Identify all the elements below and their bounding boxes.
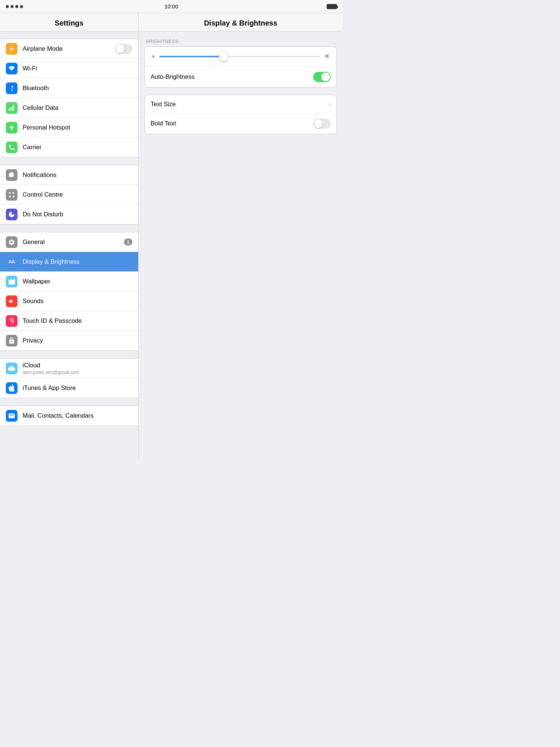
right-content: BRIGHTNESS ☀ ☀ Auto-Brightness — [139, 31, 343, 149]
svg-rect-3 — [13, 105, 14, 111]
wifi-label: Wi-Fi — [23, 65, 132, 72]
right-header: Display & Brightness — [139, 13, 343, 31]
control-centre-icon — [6, 189, 18, 201]
bold-text-row: Bold Text — [145, 113, 337, 134]
bold-text-label: Bold Text — [151, 120, 313, 127]
privacy-label: Privacy — [23, 337, 132, 344]
general-badge: 1 — [124, 239, 132, 245]
brightness-slider-track[interactable] — [159, 56, 320, 57]
brightness-slider-row: ☀ ☀ — [145, 47, 337, 67]
itunes-appstore-icon — [6, 382, 18, 394]
settings-group-system: Notifications Control Centre Do Not Dist… — [0, 165, 138, 225]
sidebar-item-wifi[interactable]: Wi-Fi — [0, 59, 138, 78]
hotspot-label: Personal Hotspot — [23, 124, 132, 131]
display-brightness-icon: AA — [6, 256, 18, 268]
sidebar-item-sounds[interactable]: Sounds — [0, 291, 138, 311]
sounds-icon — [6, 295, 18, 307]
wallpaper-label: Wallpaper — [23, 278, 132, 285]
text-size-row[interactable]: Text Size › — [145, 95, 337, 113]
right-panel: Display & Brightness BRIGHTNESS ☀ ☀ — [139, 13, 343, 458]
brightness-section-label: BRIGHTNESS — [144, 39, 337, 46]
status-bar: 10:00 — [0, 0, 343, 13]
brightness-slider-container: ☀ ☀ — [151, 52, 331, 61]
bold-text-toggle[interactable] — [313, 119, 331, 129]
sidebar-item-general[interactable]: General 1 — [0, 232, 138, 252]
notifications-icon — [6, 169, 18, 181]
brightness-card: ☀ ☀ Auto-Brightness — [144, 46, 337, 88]
privacy-icon — [6, 335, 18, 347]
sun-small-icon: ☀ — [151, 53, 156, 60]
wallpaper-icon — [6, 276, 18, 287]
sidebar-item-bluetooth[interactable]: Bluetooth — [0, 78, 138, 98]
sidebar-item-wallpaper[interactable]: Wallpaper — [0, 272, 138, 291]
airplane-mode-label: Airplane Mode — [23, 45, 115, 53]
sidebar-item-itunes-appstore[interactable]: iTunes & App Store — [0, 378, 138, 398]
icloud-icon — [6, 363, 18, 374]
sidebar-item-notifications[interactable]: Notifications — [0, 165, 138, 185]
do-not-disturb-icon — [6, 209, 18, 220]
status-time: 10:00 — [164, 3, 178, 9]
sidebar-item-airplane-mode[interactable]: ✈ Airplane Mode — [0, 39, 138, 59]
sidebar-item-privacy[interactable]: Privacy — [0, 331, 138, 351]
settings-group-display: General 1 AA Display & Brightness Wallpa… — [0, 232, 138, 351]
sidebar-item-cellular-data[interactable]: Cellular Data — [0, 98, 138, 118]
icloud-label: iCloud — [23, 362, 132, 369]
bluetooth-icon — [6, 82, 18, 94]
svg-point-7 — [9, 196, 11, 197]
general-icon — [6, 236, 18, 248]
sidebar-item-touch-id[interactable]: Touch ID & Passcode — [0, 311, 138, 331]
svg-point-5 — [9, 192, 11, 194]
cellular-icon — [6, 102, 18, 114]
control-centre-label: Control Centre — [23, 191, 132, 198]
svg-rect-0 — [9, 108, 10, 111]
sidebar-header: Settings — [0, 13, 138, 31]
general-label: General — [23, 239, 121, 246]
signal-dots — [6, 5, 23, 8]
main-layout: Settings ✈ Airplane Mode Wi-Fi — [0, 13, 343, 458]
text-size-chevron: › — [328, 100, 331, 108]
auto-brightness-row: Auto-Brightness — [145, 67, 337, 87]
sidebar-item-icloud[interactable]: iCloud alan.jones.wm@gmail.com — [0, 359, 138, 378]
carrier-icon — [6, 142, 18, 153]
icloud-sublabel: alan.jones.wm@gmail.com — [23, 369, 132, 375]
bluetooth-label: Bluetooth — [23, 85, 132, 92]
hotspot-icon — [6, 122, 18, 133]
svg-point-6 — [13, 192, 15, 194]
wifi-icon — [6, 63, 18, 74]
itunes-appstore-label: iTunes & App Store — [23, 384, 132, 392]
sidebar-title: Settings — [55, 19, 83, 27]
brightness-slider-fill — [159, 56, 223, 57]
right-panel-title: Display & Brightness — [204, 19, 277, 27]
battery-icon — [327, 4, 337, 9]
svg-rect-1 — [10, 107, 11, 111]
do-not-disturb-label: Do Not Disturb — [23, 211, 132, 218]
sidebar-item-mail-contacts[interactable]: Mail, Contacts, Calendars — [0, 406, 138, 426]
mail-contacts-icon — [6, 410, 18, 422]
sidebar: Settings ✈ Airplane Mode Wi-Fi — [0, 13, 139, 458]
settings-group-connectivity: ✈ Airplane Mode Wi-Fi Bluetooth — [0, 39, 138, 158]
sidebar-item-control-centre[interactable]: Control Centre — [0, 185, 138, 205]
sidebar-item-display-brightness[interactable]: AA Display & Brightness — [0, 252, 138, 272]
settings-group-apps: Mail, Contacts, Calendars — [0, 406, 138, 426]
sidebar-item-do-not-disturb[interactable]: Do Not Disturb — [0, 205, 138, 224]
mail-contacts-label: Mail, Contacts, Calendars — [23, 412, 132, 419]
auto-brightness-label: Auto-Brightness — [151, 73, 313, 81]
touch-id-icon — [6, 315, 18, 327]
touch-id-label: Touch ID & Passcode — [23, 317, 132, 325]
sounds-label: Sounds — [23, 298, 132, 305]
svg-point-8 — [13, 196, 15, 197]
sidebar-item-personal-hotspot[interactable]: Personal Hotspot — [0, 118, 138, 138]
notifications-label: Notifications — [23, 171, 132, 179]
settings-group-accounts: iCloud alan.jones.wm@gmail.com iTunes & … — [0, 358, 138, 398]
brightness-slider-thumb[interactable] — [219, 52, 228, 61]
airplane-mode-icon: ✈ — [6, 43, 18, 55]
sun-large-icon: ☀ — [323, 52, 331, 61]
airplane-mode-toggle[interactable] — [115, 44, 132, 54]
auto-brightness-toggle[interactable] — [313, 72, 331, 82]
icloud-label-stack: iCloud alan.jones.wm@gmail.com — [23, 362, 132, 375]
display-brightness-label: Display & Brightness — [23, 258, 132, 266]
sidebar-item-carrier[interactable]: Carrier — [0, 138, 138, 157]
carrier-label: Carrier — [23, 144, 132, 151]
text-size-label: Text Size — [151, 101, 326, 108]
svg-point-4 — [11, 129, 12, 130]
